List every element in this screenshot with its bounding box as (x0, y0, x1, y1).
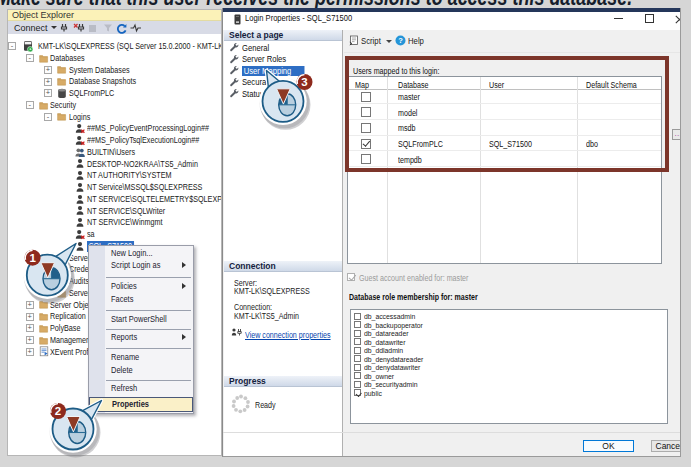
svg-text:?: ? (398, 36, 403, 45)
